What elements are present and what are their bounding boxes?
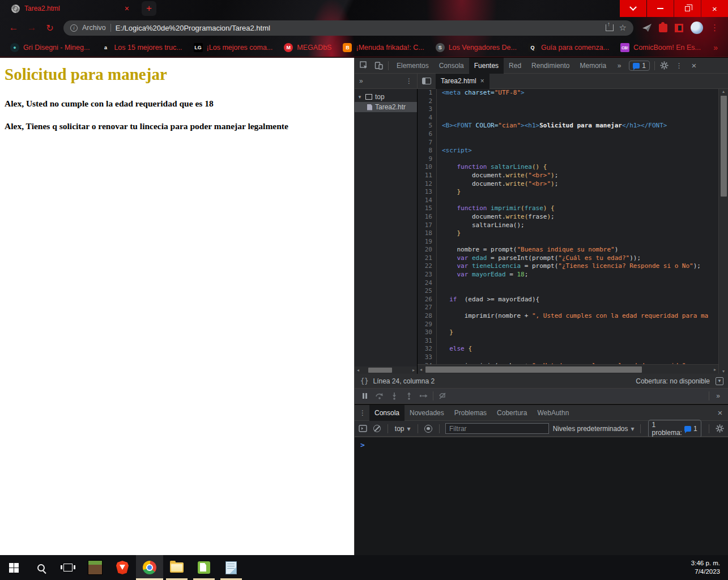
line-number[interactable]: 14 [418, 197, 437, 205]
line-number[interactable]: 18 [418, 229, 437, 238]
clear-console-icon[interactable] [372, 423, 381, 434]
devtools-tab-elementos[interactable]: Elementos [391, 58, 434, 74]
bookmark-item[interactable]: QGuía para comenza... [523, 41, 614, 54]
scrollbar-thumb[interactable] [721, 96, 727, 197]
line-number[interactable]: 19 [418, 238, 437, 246]
code-line[interactable]: 16 document.write(frase); [418, 213, 718, 221]
device-toolbar-icon[interactable] [372, 59, 385, 72]
line-number[interactable]: 27 [418, 304, 437, 312]
bookmark-item[interactable]: CB!ComicBoom! En Es... [616, 41, 705, 54]
code-line[interactable]: 29 [418, 321, 718, 329]
tree-node-file[interactable]: Tarea2.htr [355, 102, 417, 112]
code-line[interactable]: 7 [418, 139, 718, 147]
notepadpp-app[interactable] [190, 555, 218, 580]
line-number[interactable]: 25 [418, 287, 437, 296]
line-number[interactable]: 32 [418, 345, 437, 353]
window-restore-button[interactable] [674, 0, 701, 17]
code-line[interactable]: 11 document.write("<br>"); [418, 172, 718, 180]
problems-badge[interactable]: 1 problema: 1 [648, 420, 701, 438]
console-settings-icon[interactable] [715, 423, 725, 434]
code-line[interactable]: 18 } [418, 229, 718, 238]
debugger-more-icon[interactable]: » [713, 392, 723, 400]
line-number[interactable]: 23 [418, 271, 437, 279]
code-line[interactable]: 15 function imprimir(frase) { [418, 204, 718, 213]
navigator-menu-icon[interactable]: ⋮ [406, 77, 412, 85]
line-number[interactable]: 30 [418, 329, 437, 337]
window-minimize-button[interactable] [647, 0, 674, 17]
line-number[interactable]: 2 [418, 97, 437, 106]
line-number[interactable]: 21 [418, 254, 437, 263]
source-file-tab[interactable]: Tarea2.html × [436, 74, 489, 89]
bookmark-item[interactable]: ●Gri Disegni - Mineg... [6, 41, 94, 54]
browser-tab[interactable]: Tarea2.html × [5, 0, 134, 17]
taskbar-clock[interactable]: 3:46 p. m. 7/4/2023 [691, 555, 728, 580]
code-line[interactable]: 28 imprimir(nombre + ", Usted cumples co… [418, 312, 718, 321]
sidebar-icon[interactable] [675, 24, 683, 32]
line-number[interactable]: 5 [418, 122, 437, 130]
code-line[interactable]: 31 [418, 337, 718, 346]
bookmark-item[interactable]: B¡Menuda frikada!: C... [338, 41, 428, 54]
live-expression-eye-icon[interactable] [424, 423, 433, 434]
line-number[interactable]: 10 [418, 163, 437, 172]
code-line[interactable]: 26 if (edad >= mayorEdad){ [418, 296, 718, 304]
window-close-button[interactable]: × [701, 0, 728, 17]
console-tab-novedades[interactable]: Novedades [405, 405, 449, 421]
code-line[interactable]: 21 var edad = parseInt(prompt("¿Cuál es … [418, 254, 718, 263]
console-output[interactable]: > [355, 437, 728, 555]
tree-expand-icon[interactable]: ▾ [357, 94, 363, 100]
scrollbar-thumb[interactable] [425, 366, 642, 373]
pretty-print-icon[interactable]: {} [360, 377, 368, 385]
hide-navigator-icon[interactable] [422, 78, 431, 84]
window-chevron-button[interactable] [620, 0, 646, 17]
code-line[interactable]: 32 else { [418, 345, 718, 353]
code-line[interactable]: 9 [418, 155, 718, 164]
code-editor[interactable]: 1<meta charset="UTF-8">2345<B><FONT COLO… [418, 89, 718, 374]
code-line[interactable]: 10 function saltarLinea() { [418, 163, 718, 172]
editor-vertical-scrollbar[interactable]: ▴ ▾ [718, 89, 728, 374]
code-line[interactable]: 6 [418, 130, 718, 139]
address-bar[interactable]: i Archivo E:/Logica%20de%20Programacion/… [63, 20, 633, 36]
code-line[interactable]: 27 [418, 304, 718, 312]
chrome-app[interactable] [136, 555, 163, 580]
editor-horizontal-scrollbar[interactable]: ◂ ▸ [418, 364, 718, 374]
code-line[interactable]: 5<B><FONT COLOR="cian"><h1>Solicitud par… [418, 122, 718, 130]
code-line[interactable]: 33 [418, 353, 718, 362]
console-tab-cobertura[interactable]: Cobertura [492, 405, 532, 421]
line-number[interactable]: 28 [418, 312, 437, 321]
code-line[interactable]: 24 [418, 279, 718, 288]
code-line[interactable]: 23 var mayorEdad = 18; [418, 271, 718, 279]
devtools-settings-icon[interactable] [658, 59, 671, 72]
line-number[interactable]: 12 [418, 180, 437, 189]
explorer-app[interactable] [163, 555, 190, 580]
line-number[interactable]: 8 [418, 147, 437, 155]
start-button[interactable] [0, 555, 27, 580]
step-out-icon[interactable] [403, 390, 415, 402]
profile-avatar[interactable] [691, 22, 703, 34]
url-text[interactable]: E:/Logica%20de%20Programacion/Tarea2.htm… [116, 24, 597, 32]
line-number[interactable]: 26 [418, 296, 437, 304]
line-number[interactable]: 9 [418, 155, 437, 164]
code-line[interactable]: 20 nombre = prompt("Buenas indique su no… [418, 246, 718, 254]
line-number[interactable]: 4 [418, 114, 437, 122]
bookmark-item[interactable]: LG¡Los mejores coma... [189, 41, 278, 54]
bookmark-item[interactable]: SLos Vengadores De... [431, 41, 521, 54]
step-over-icon[interactable] [374, 390, 385, 402]
line-number[interactable]: 3 [418, 105, 437, 114]
devtools-menu-icon[interactable]: ⋮ [672, 59, 686, 72]
step-into-icon[interactable] [389, 390, 400, 402]
line-number[interactable]: 11 [418, 172, 437, 180]
console-tab-consola[interactable]: Consola [369, 405, 405, 421]
line-number[interactable]: 1 [418, 89, 437, 97]
scrollbar-thumb[interactable] [368, 368, 392, 373]
line-number[interactable]: 7 [418, 139, 437, 147]
log-levels-selector[interactable]: Niveles predeterminados ▾ [553, 425, 635, 433]
bookmark-star-icon[interactable]: ☆ [619, 23, 627, 33]
brave-app[interactable] [109, 555, 136, 580]
console-filter-input[interactable] [445, 423, 549, 434]
line-number[interactable]: 17 [418, 221, 437, 230]
context-selector[interactable]: top ▾ [394, 425, 412, 433]
drawer-menu-icon[interactable]: ⋮ [356, 407, 369, 419]
browser-menu-icon[interactable]: ⋮ [710, 23, 719, 33]
step-icon[interactable] [418, 390, 429, 402]
console-tab-problemas[interactable]: Problemas [449, 405, 492, 421]
